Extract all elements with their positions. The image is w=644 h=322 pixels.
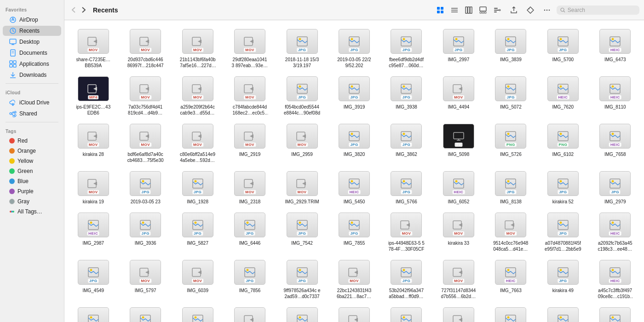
- list-item[interactable]: HEIC IMG_7620: [538, 72, 588, 118]
- sidebar-item-airdrop[interactable]: AirDrop: [3, 15, 61, 25]
- list-item[interactable]: JPG IMG_4549: [68, 256, 118, 301]
- list-item[interactable]: MOV a259e209f2b64c cab9e3…d55dd96: [172, 72, 223, 118]
- list-item[interactable]: JPG IMG_7856: [224, 256, 275, 301]
- list-item[interactable]: JPG IMG_2997: [433, 25, 483, 70]
- list-item[interactable]: JPG 2019-03-05 23: [120, 167, 170, 207]
- list-item[interactable]: MOV kirakira 19: [68, 167, 118, 207]
- sidebar-item-desktop[interactable]: Desktop: [3, 37, 61, 47]
- list-item[interactable]: JPG f054bcd0ed5544 e8844c…90ef08d: [277, 72, 327, 118]
- list-item[interactable]: MOV c784fabcde844d 168ec2…ec0c5aa: [224, 72, 275, 118]
- list-item[interactable]: HEIC IMG_2904: [590, 303, 640, 322]
- sidebar-item-green[interactable]: Green: [3, 167, 61, 176]
- list-item[interactable]: JPG 2019-03-05 22/29/52.202: [329, 25, 379, 70]
- search-box[interactable]: [557, 6, 639, 15]
- search-input[interactable]: [568, 7, 636, 13]
- list-item[interactable]: JPG IMG_3839: [486, 25, 536, 70]
- list-item[interactable]: JPG IMG_3919: [329, 72, 379, 118]
- list-item[interactable]: PNG IMG_6102: [538, 120, 588, 165]
- list-item[interactable]: MOV c80e6bff2a514e9 4a5ebe…592db47: [172, 120, 223, 165]
- list-item[interactable]: JPG 99FADCC8-1C25 -432D-…6A81A4B: [486, 303, 536, 322]
- list-item[interactable]: MOV 9514c0cc76e948 048ca5…d41ea2e: [486, 208, 536, 254]
- list-item[interactable]: MOV IMG_3154.TRIM: [224, 303, 275, 322]
- sidebar-item-purple[interactable]: Purple: [3, 187, 61, 196]
- view-gallery-button[interactable]: [476, 5, 490, 16]
- sidebar-item-gray[interactable]: Gray: [3, 197, 61, 206]
- view-icon-grid-button[interactable]: [433, 5, 447, 16]
- sidebar-item-documents[interactable]: Documents: [3, 48, 61, 58]
- list-item[interactable]: MOV IMG_4494: [433, 72, 483, 118]
- sidebar-item-applications[interactable]: Applications: [3, 59, 61, 69]
- list-item[interactable]: MOV IMG_6039: [172, 256, 223, 301]
- list-item[interactable]: MOV share-C7235E…BB539A: [68, 25, 118, 70]
- list-item[interactable]: HEIC IMG_7663: [486, 256, 536, 301]
- list-item[interactable]: JPG IMG_5072: [486, 72, 536, 118]
- view-group-button[interactable]: [490, 5, 504, 16]
- list-item[interactable]: JPG IMG_5709: [277, 303, 327, 322]
- list-item[interactable]: HEIC IMG_6052: [433, 167, 483, 207]
- list-item[interactable]: JPG IMG_3820: [329, 120, 379, 165]
- sidebar-item-blue[interactable]: Blue: [3, 177, 61, 186]
- sidebar-item-downloads[interactable]: Downloads: [3, 70, 61, 80]
- list-item[interactable]: MOV 20d937cbd6c446 86997f…218c447: [120, 25, 170, 70]
- list-item[interactable]: JPG IMG_7844: [381, 303, 431, 322]
- list-item[interactable]: MOV IMG_5797: [120, 256, 170, 301]
- list-item[interactable]: JPG IMG_3862: [381, 120, 431, 165]
- back-button[interactable]: [69, 5, 78, 15]
- list-item[interactable]: MOV IMG_7895: [433, 303, 483, 322]
- list-item[interactable]: MOV 7a03c756df4d41 819cd4…d4b9681: [120, 72, 170, 118]
- list-item[interactable]: MOV 727f31147d8344 d7b556…6b2de23: [433, 256, 483, 301]
- list-item[interactable]: JPG IMG_2979: [590, 167, 640, 207]
- list-item[interactable]: TV IMG_5098: [433, 120, 483, 165]
- list-item[interactable]: JPG IMG_5827: [172, 208, 223, 254]
- list-item[interactable]: JPG a14efb2af110444 7aeaad7…722ac6: [538, 303, 588, 322]
- tag-button[interactable]: [523, 5, 537, 16]
- list-item[interactable]: JPG e7b61b3407884b f497b52…2da81b: [120, 303, 170, 322]
- list-item[interactable]: MOV IMG_7833: [329, 303, 379, 322]
- sidebar-item-shared[interactable]: Shared: [3, 109, 61, 119]
- list-item[interactable]: HEIC a45c7c3ffb3f497 09ce8c…c191b07: [590, 256, 640, 301]
- sidebar-item-all-tags[interactable]: All Tags…: [3, 207, 61, 216]
- forward-button[interactable]: [79, 5, 88, 15]
- list-item[interactable]: JPG IMG_7542: [277, 208, 327, 254]
- list-item[interactable]: JPG kirakira 49: [538, 256, 588, 301]
- list-item[interactable]: JPG fbee6df9db2d4df c95e87…060d130: [381, 25, 431, 70]
- list-item[interactable]: HEIC IMG_2987: [68, 208, 118, 254]
- list-item[interactable]: JPG IMG_3936: [120, 208, 170, 254]
- list-item[interactable]: MOV IMG_2929.TRIM: [277, 167, 327, 207]
- list-item[interactable]: HEIC IMG_5450: [329, 167, 379, 207]
- view-columns-button[interactable]: [462, 5, 476, 16]
- list-item[interactable]: JPG IMG_3938: [381, 72, 431, 118]
- list-item[interactable]: JPG 53b2042f96a347 a5bbad…ff0d9301: [381, 256, 431, 301]
- sidebar-item-recents[interactable]: Recents: [3, 26, 61, 36]
- sidebar-item-orange[interactable]: Orange: [3, 146, 61, 155]
- list-item[interactable]: MOV kirakira 33: [433, 208, 483, 254]
- list-item[interactable]: MP4 ips-E9FE2C…43EDB6: [68, 72, 118, 118]
- list-item[interactable]: JPG 2018-11-18 15/33/19.197: [277, 25, 327, 70]
- list-item[interactable]: MOV IMG_2959: [277, 120, 327, 165]
- share-button[interactable]: [507, 5, 521, 16]
- list-item[interactable]: JPG IMG_5700: [538, 25, 588, 70]
- list-item[interactable]: PNG IMG_5726: [486, 120, 536, 165]
- list-item[interactable]: JPG IMG_6446: [224, 208, 275, 254]
- list-item[interactable]: JPG 9ff978526a434c e2ad59…d0c7337: [277, 256, 327, 301]
- sidebar-item-red[interactable]: Red: [3, 136, 61, 145]
- list-item[interactable]: JPG IMG_5766: [381, 167, 431, 207]
- list-item[interactable]: JPG a07d4870881f45f e95f7d1…2bb5e9: [538, 208, 588, 254]
- list-item[interactable]: MOV ips-44948E63-5 578-4F…30F05CF: [381, 208, 431, 254]
- file-grid-container[interactable]: MOV share-C7235E…BB539A MOV 20d937cbd6c4…: [64, 20, 644, 322]
- list-item[interactable]: JPG IMG_7855: [329, 208, 379, 254]
- sidebar-item-icloud-drive[interactable]: iCloud Drive: [3, 98, 61, 108]
- list-item[interactable]: MOV 22bc1243831f43 6ba221…8ac72aef: [329, 256, 379, 301]
- list-item[interactable]: MOV kirakira 28: [68, 120, 118, 165]
- list-item[interactable]: JPG IMG_2929: [172, 303, 223, 322]
- list-item[interactable]: MOV 21b1143bf6fa40b 7af5e16…227dfb9: [172, 25, 223, 70]
- list-item[interactable]: MOV 29df280eaa10413 897eab…93ec912: [224, 25, 275, 70]
- list-item[interactable]: JPG kirakira 52: [538, 167, 588, 207]
- list-item[interactable]: JPG IMG_1928: [172, 167, 223, 207]
- list-item[interactable]: MOV IMG_2318: [224, 167, 275, 207]
- list-item[interactable]: MOV bdf6e6af8d7a40c cb4683…75f5e30: [120, 120, 170, 165]
- list-item[interactable]: HEIC IMG_6473: [590, 25, 640, 70]
- list-item[interactable]: HEIC a2092fc7b63a45 c198c3…ee48975: [590, 208, 640, 254]
- list-item[interactable]: HEIC IMG_8110: [590, 72, 640, 118]
- list-item[interactable]: JPG c223b3b8ad1144 2f8c28…7328d04: [68, 303, 118, 322]
